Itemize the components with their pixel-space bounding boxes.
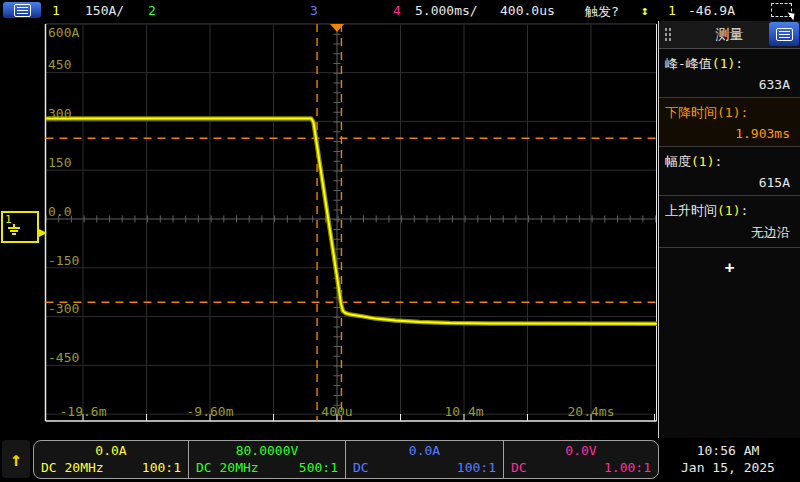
measurement-value: 1.903ms: [665, 122, 794, 142]
measurement-row[interactable]: 下降时间(1):1.903ms: [659, 98, 800, 147]
x-axis-label: -19.6m: [60, 405, 107, 418]
screen-capture-icon[interactable]: [771, 3, 792, 17]
measurement-panel: 测量 峰-峰值(1):633A下降时间(1):1.903ms幅度(1):615A…: [658, 21, 800, 438]
measurement-panel-title: 测量: [676, 26, 783, 44]
channel-coupling: DC: [353, 459, 369, 476]
channel-probe-ratio: 1.00:1: [604, 459, 651, 476]
measurement-label: 幅度(1):: [665, 153, 794, 171]
channel-probe-ratio: 500:1: [299, 459, 338, 476]
channel-offset-value: 0.0A: [346, 442, 503, 459]
channel-coupling-row: DC1.00:1: [504, 459, 658, 476]
channel-coupling-row: DC100:1: [346, 459, 503, 476]
ch1-scale[interactable]: 150A/: [85, 3, 124, 18]
bottom-status-bar: ↑ 0.0ADC 20MHz100:180.0000VDC 20MHz500:1…: [0, 438, 800, 482]
ch2-indicator[interactable]: 2: [148, 3, 156, 18]
trigger-source[interactable]: 1: [668, 3, 676, 18]
channel-probe-ratio: 100:1: [142, 459, 181, 476]
measurement-value: 615A: [665, 171, 794, 191]
channel-offset-value: 0.0A: [34, 442, 188, 459]
measurement-label: 下降时间(1):: [665, 104, 794, 122]
y-axis-label: -300: [48, 302, 79, 315]
waveform-trace: [46, 119, 657, 324]
y-axis-label: -150: [48, 254, 79, 267]
channel-coupling: DC: [511, 459, 527, 476]
hamburger-icon: [776, 28, 793, 41]
channel-coupling-row: DC 20MHz500:1: [189, 459, 345, 476]
channel-status-boxes: 0.0ADC 20MHz100:180.0000VDC 20MHz500:10.…: [33, 440, 659, 479]
clock: 10:56 AM Jan 15, 2025: [662, 442, 794, 476]
trigger-status-label: 触发?: [585, 3, 619, 21]
top-status-bar: 1 150A/ 2 3 4 5.000ms/ 400.0us 触发? ↕ 1 -…: [0, 0, 800, 21]
ch1-indicator[interactable]: 1: [52, 3, 60, 18]
time-value: 10:56 AM: [662, 442, 794, 459]
y-axis-label: 450: [48, 58, 71, 71]
main-menu-button[interactable]: [3, 2, 41, 18]
delay-value[interactable]: 400.0us: [500, 3, 555, 18]
y-axis-label: 150: [48, 156, 71, 169]
timebase-value[interactable]: 5.000ms/: [415, 3, 478, 18]
trigger-level-value[interactable]: -46.9A: [688, 3, 735, 18]
measurement-value: 633A: [665, 73, 794, 93]
ch3-indicator[interactable]: 3: [310, 3, 318, 18]
x-axis-label: 20.4ms: [568, 405, 615, 418]
ground-marker-arrow-icon: [37, 228, 47, 238]
channel-offset-value: 80.0000V: [189, 442, 345, 459]
channel-offset-value: 0.0V: [504, 442, 658, 459]
measurement-label: 上升时间(1):: [665, 202, 794, 220]
channel-probe-ratio: 100:1: [457, 459, 496, 476]
channel-coupling: DC 20MHz: [41, 459, 104, 476]
channel1-status-box[interactable]: 0.0ADC 20MHz100:1: [34, 441, 188, 478]
measurement-row[interactable]: 峰-峰值(1):633A: [659, 49, 800, 98]
add-measurement-button[interactable]: +: [717, 258, 743, 277]
channel-coupling-row: DC 20MHz100:1: [34, 459, 188, 476]
measurement-row[interactable]: 上升时间(1):无边沿: [659, 196, 800, 248]
channel4-status-box[interactable]: 0.0VDC1.00:1: [503, 441, 658, 478]
y-axis-label: 0.0: [48, 205, 71, 218]
expand-up-button[interactable]: ↑: [2, 440, 30, 478]
waveform-trace-halo: [46, 119, 657, 324]
date-value: Jan 15, 2025: [662, 459, 794, 476]
y-axis-label: 300: [48, 107, 71, 120]
ground-marker-channel: 1: [5, 213, 12, 226]
channel2-status-box[interactable]: 80.0000VDC 20MHz500:1: [188, 441, 345, 478]
graticule-svg: [0, 21, 658, 438]
measurement-menu-button[interactable]: [769, 22, 799, 46]
channel1-ground-marker[interactable]: 1: [1, 211, 47, 243]
hamburger-icon: [14, 4, 31, 17]
oscilloscope-screen: 1 150A/ 2 3 4 5.000ms/ 400.0us 触发? ↕ 1 -…: [0, 0, 800, 482]
measurement-label: 峰-峰值(1):: [665, 55, 794, 73]
ground-symbol-icon: [8, 226, 21, 234]
x-axis-label: 10.4m: [444, 405, 483, 418]
measurement-panel-header[interactable]: 测量: [659, 21, 800, 49]
trigger-slope-icon[interactable]: ↕: [641, 3, 649, 18]
x-axis-label: 400u: [321, 405, 352, 418]
channel3-status-box[interactable]: 0.0ADC100:1: [345, 441, 503, 478]
waveform-display: 600A4503001500.0-150-300-450 -19.6m-9.60…: [0, 21, 658, 438]
y-axis-label: 600A: [48, 26, 79, 39]
measurement-row[interactable]: 幅度(1):615A: [659, 147, 800, 196]
drag-handle-icon[interactable]: [664, 27, 671, 42]
x-axis-label: -9.60m: [187, 405, 234, 418]
measurement-value: 无边沿: [665, 220, 794, 243]
y-axis-label: -450: [48, 351, 79, 364]
ch4-indicator[interactable]: 4: [393, 3, 401, 18]
channel-coupling: DC 20MHz: [196, 459, 259, 476]
up-arrow-icon: ↑: [10, 447, 22, 471]
